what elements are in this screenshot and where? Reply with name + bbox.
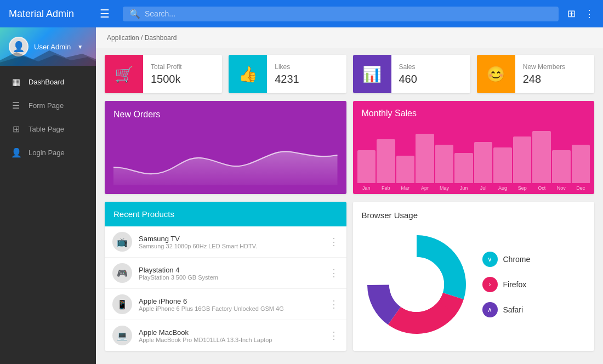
product-icon: 💻 xyxy=(112,326,132,345)
month-bar xyxy=(357,150,376,183)
month-bar-group: Apr xyxy=(416,134,434,194)
browser-color-dot: › xyxy=(482,277,498,292)
browser-usage-card: Browser Usage ∨ Chrome xyxy=(353,202,595,351)
month-bar-group: Dec xyxy=(572,145,590,194)
search-input[interactable] xyxy=(145,9,552,18)
main-content: Application / Dashboard 🛒 Total Profit 1… xyxy=(96,27,603,364)
monthly-bars: Jan Feb Mar Apr May Jun Jul Aug Sep Oct … xyxy=(353,123,595,194)
month-label: Jun xyxy=(460,185,468,194)
month-bar-group: Jul xyxy=(474,142,493,194)
product-icon: 📺 xyxy=(112,232,132,252)
month-label: Dec xyxy=(576,185,585,194)
form-icon: ☰ xyxy=(11,100,21,111)
month-bar-group: May xyxy=(435,145,454,194)
month-label: Feb xyxy=(382,185,390,194)
browser-name: Chrome xyxy=(503,255,531,264)
stat-cards: 🛒 Total Profit 1500k 👍 Likes 4231 📊 xyxy=(105,55,594,93)
product-info: Apple iPhone 6 Apple iPhone 6 Plus 16GB … xyxy=(139,297,322,312)
search-bar: 🔍 xyxy=(123,7,559,21)
sidebar-item-login[interactable]: 👤 Login Page xyxy=(0,141,96,164)
dashboard-icon: ▦ xyxy=(11,77,21,87)
list-item[interactable]: 📺 Samsung TV Samsung 32 1080p 60Hz LED S… xyxy=(105,226,346,258)
sidebar-item-dashboard[interactable]: ▦ DashBoard xyxy=(0,70,96,94)
month-bar-group: Oct xyxy=(532,131,551,194)
browser-usage-title: Browser Usage xyxy=(362,211,586,220)
recent-products-card: Recent Products 📺 Samsung TV Samsung 32 … xyxy=(105,202,346,351)
topbar-actions: ⊞ ⋮ xyxy=(567,8,594,20)
stat-card-info: Total Profit 1500k xyxy=(143,58,190,91)
stat-value: 4231 xyxy=(275,73,299,86)
monthly-sales-card: Monthly Sales Jan Feb Mar Apr May Jun Ju… xyxy=(353,101,595,194)
total-profit-icon: 🛒 xyxy=(105,55,143,93)
browser-color-dot: ∨ xyxy=(482,252,498,267)
month-bar xyxy=(454,153,473,183)
month-bar xyxy=(377,139,395,183)
month-label: Nov xyxy=(557,185,566,194)
bottom-row: Recent Products 📺 Samsung TV Samsung 32 … xyxy=(105,202,594,351)
product-info: Samsung TV Samsung 32 1080p 60Hz LED Sma… xyxy=(139,235,322,249)
stat-card-new-members: 😊 New Members 248 xyxy=(477,55,594,93)
month-bar xyxy=(396,156,415,183)
product-desc: Samsung 32 1080p 60Hz LED Smart HDTV. xyxy=(139,243,322,249)
product-name: Playstation 4 xyxy=(139,266,322,274)
new-orders-chart xyxy=(113,125,338,185)
legend-item: ∧ Safari xyxy=(482,302,531,317)
stat-label: Likes xyxy=(275,63,299,71)
sidebar-item-table[interactable]: ⊞ Table Page xyxy=(0,117,96,141)
stat-card-total-profit: 🛒 Total Profit 1500k xyxy=(105,55,222,93)
new-members-icon: 😊 xyxy=(477,55,515,93)
month-bar-group: Aug xyxy=(493,147,512,194)
stat-card-sales: 📊 Sales 460 xyxy=(353,55,470,93)
sidebar-item-label: Table Page xyxy=(29,125,64,133)
more-icon[interactable]: ⋮ xyxy=(329,329,339,342)
sidebar-item-form[interactable]: ☰ Form Page xyxy=(0,94,96,117)
product-desc: PlayStation 3 500 GB System xyxy=(139,274,322,281)
month-label: Mar xyxy=(401,185,410,194)
more-icon[interactable]: ⋮ xyxy=(329,267,339,279)
month-bar xyxy=(493,147,512,183)
app-title: Material Admin xyxy=(9,8,91,20)
list-item[interactable]: 💻 Apple MacBook Apple MacBook Pro MD101L… xyxy=(105,320,346,351)
stat-label: Sales xyxy=(399,63,417,71)
month-bar-group: Sep xyxy=(513,136,532,194)
hamburger-icon[interactable]: ☰ xyxy=(100,7,110,20)
list-item[interactable]: 📱 Apple iPhone 6 Apple iPhone 6 Plus 16G… xyxy=(105,289,346,320)
stat-value: 460 xyxy=(399,73,417,86)
month-bar xyxy=(416,134,434,183)
month-label: May xyxy=(440,185,449,194)
sidebar-user: 👤 User Admin ▼ xyxy=(0,27,96,66)
browser-color-dot: ∧ xyxy=(482,302,498,317)
more-icon[interactable]: ⋮ xyxy=(329,298,339,310)
month-label: Oct xyxy=(538,185,545,194)
list-item[interactable]: 🎮 Playstation 4 PlayStation 3 500 GB Sys… xyxy=(105,258,346,289)
stat-card-info: New Members 248 xyxy=(515,58,573,91)
grid-icon[interactable]: ⊞ xyxy=(567,8,576,20)
month-bar xyxy=(513,136,532,183)
sidebar-item-label: Form Page xyxy=(29,101,64,110)
month-label: Jul xyxy=(480,185,487,194)
product-list: 📺 Samsung TV Samsung 32 1080p 60Hz LED S… xyxy=(105,226,346,351)
month-bar-group: Nov xyxy=(552,150,571,194)
more-icon[interactable]: ⋮ xyxy=(584,8,594,20)
sidebar-item-label: Login Page xyxy=(29,149,65,157)
product-icon: 🎮 xyxy=(112,263,132,283)
table-icon: ⊞ xyxy=(11,124,21,134)
breadcrumb: Application / Dashboard xyxy=(96,27,603,48)
donut-chart xyxy=(362,230,471,339)
month-bar xyxy=(532,131,551,183)
content-area: 🛒 Total Profit 1500k 👍 Likes 4231 📊 xyxy=(96,48,603,357)
month-bar-group: Jan xyxy=(357,150,376,194)
month-bar xyxy=(435,145,454,183)
stat-label: New Members xyxy=(523,63,565,71)
sales-icon: 📊 xyxy=(353,55,391,93)
product-info: Apple MacBook Apple MacBook Pro MD101LL/… xyxy=(139,328,322,343)
stat-value: 1500k xyxy=(151,73,182,86)
browser-legend: ∨ Chrome › Firefox ∧ Safari xyxy=(482,252,531,317)
login-icon: 👤 xyxy=(11,147,21,158)
product-name: Apple MacBook xyxy=(139,328,322,337)
sidebar-item-label: DashBoard xyxy=(29,78,64,86)
sidebar: 👤 User Admin ▼ ▦ DashBoard ☰ Form Page ⊞… xyxy=(0,27,96,364)
more-icon[interactable]: ⋮ xyxy=(329,236,339,248)
browser-name: Safari xyxy=(503,305,524,314)
month-bar-group: Feb xyxy=(377,139,395,194)
